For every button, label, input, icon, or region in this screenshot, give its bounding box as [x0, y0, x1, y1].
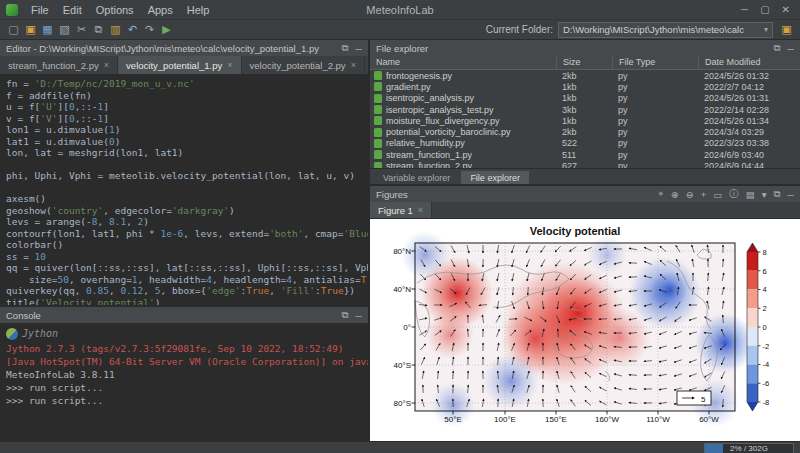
code-token: 'both' — [269, 228, 303, 239]
close-icon[interactable]: × — [227, 60, 232, 70]
full-extent-icon[interactable]: ▭ — [713, 189, 722, 200]
table-row[interactable]: gradient.py1kbpy2022/2/7 04:12 — [370, 81, 800, 92]
close-file-icon[interactable]: ▧ — [56, 21, 73, 38]
file-explorer-title: File explorer — [376, 43, 428, 54]
menu-file[interactable]: File — [24, 4, 56, 16]
menu-help[interactable]: Help — [180, 4, 217, 16]
column-header-date-modified[interactable]: Date Modified — [698, 56, 800, 69]
file-size: 2kb — [556, 71, 612, 81]
file-size: 522 — [556, 138, 612, 148]
save-figure-icon[interactable]: ▤ — [746, 189, 755, 200]
figure-menu-icon[interactable]: ▾ — [762, 189, 767, 200]
code-token: , antialias= — [292, 274, 361, 285]
column-header-file-type[interactable]: File Type — [612, 56, 698, 69]
copy-icon[interactable]: ⧉ — [90, 21, 107, 38]
file-date: 2022/2/14 02:28 — [698, 105, 800, 115]
close-icon[interactable]: × — [418, 205, 423, 215]
code-token: axesm() — [6, 193, 46, 204]
open-folder-icon[interactable]: ▣ — [22, 21, 39, 38]
maximize-button[interactable]: ▢ — [760, 4, 769, 15]
minimize-panel-icon[interactable]: ─ — [355, 43, 362, 54]
current-folder-value: D:\Working\MIScript\Jython\mis\meteo\cal… — [563, 24, 744, 35]
minimize-button[interactable]: ─ — [741, 4, 748, 15]
table-row[interactable]: isentropic_analysis_test.py3kbpy2022/2/1… — [370, 104, 800, 115]
minimize-panel-icon[interactable]: ─ — [787, 189, 794, 200]
code-token: ][ — [58, 101, 69, 112]
figure-tabbar: Figure 1 × — [370, 202, 800, 219]
console-output[interactable]: Jython Jython 2.7.3 (tags/v2.7.3:5f29081… — [0, 323, 368, 441]
float-panel-icon[interactable]: ⧉ — [341, 42, 348, 54]
float-panel-icon[interactable]: ⧉ — [773, 42, 780, 54]
dock-tab-variable-explorer[interactable]: Variable explorer — [374, 171, 459, 184]
redo-icon[interactable]: ↷ — [141, 21, 158, 38]
editor-tab-velocity-potential-1-py[interactable]: velocity_potential_1.py× — [118, 56, 241, 74]
select-icon[interactable]: ⌖ — [658, 188, 663, 200]
dropdown-caret-icon[interactable]: ▾ — [764, 25, 768, 34]
right-column: File explorer ⧉─ NameSizeFile TypeDate M… — [370, 40, 800, 441]
save-icon[interactable]: ▦ — [39, 21, 56, 38]
identify-icon[interactable]: ⓘ — [729, 188, 739, 201]
file-size: 511 — [556, 150, 612, 160]
figure-canvas[interactable]: Velocity potential — [370, 219, 800, 441]
column-header-name[interactable]: Name — [370, 56, 556, 69]
minimize-panel-icon[interactable]: ─ — [355, 310, 362, 321]
code-token: f = addfile(fn) — [6, 90, 92, 101]
figure-tab[interactable]: Figure 1 × — [370, 202, 432, 218]
code-token: ss = — [6, 251, 35, 262]
paste-icon[interactable]: ▥ — [107, 21, 124, 38]
code-token: v = f[ — [6, 113, 40, 124]
table-row[interactable]: potential_vorticity_baroclinic.py2kbpy20… — [370, 126, 800, 137]
file-name-cell: isentropic_analysis_test.py — [370, 105, 556, 115]
menu-edit[interactable]: Edit — [56, 4, 89, 16]
left-column: Editor - D:\Working\MIScript\Jython\mis\… — [0, 40, 368, 441]
file-type: py — [612, 150, 698, 160]
menu-options[interactable]: Options — [89, 4, 141, 16]
main-toolbar: ▢▣▦▧✂⧉▥↶↷▶ Current Folder: D:\Working\MI… — [0, 20, 800, 40]
browse-folder-button[interactable]: ▣ — [778, 21, 795, 38]
file-type: py — [612, 161, 698, 168]
close-icon[interactable]: × — [104, 60, 109, 70]
float-panel-icon[interactable]: ⧉ — [341, 309, 348, 321]
run-icon[interactable]: ▶ — [158, 21, 175, 38]
zoom-in-icon[interactable]: ⊕ — [671, 189, 679, 200]
console-panel-header: Console ⧉─ — [0, 307, 368, 323]
file-date: 2024/5/26 01:34 — [698, 116, 800, 126]
file-name: gradient.py — [386, 82, 431, 92]
close-icon[interactable]: × — [351, 60, 356, 70]
float-panel-icon[interactable]: ⧉ — [773, 188, 780, 200]
undo-icon[interactable]: ↶ — [124, 21, 141, 38]
file-table-body: frontogenesis.py2kbpy2024/5/26 01:32grad… — [370, 70, 800, 168]
code-token: ,::- — [75, 101, 98, 112]
file-explorer-panel-actions: ⧉─ — [773, 42, 794, 54]
current-folder-combobox[interactable]: D:\Working\MIScript\Jython\mis\meteo\cal… — [558, 22, 773, 38]
code-token: 1e-6 — [160, 228, 183, 239]
console-line: >>> run script... — [6, 394, 362, 407]
minimize-panel-icon[interactable]: ─ — [787, 43, 794, 54]
code-area[interactable]: fn = 'D:/Temp/nc/2019_mon_u_v.nc'f = add… — [0, 75, 368, 305]
pan-icon[interactable]: + — [701, 189, 707, 200]
table-row[interactable]: relative_humidity.py522py2022/3/23 03:38 — [370, 138, 800, 149]
code-line: levs = arange(-8, 8.1, 2) — [6, 216, 362, 228]
zoom-out-icon[interactable]: ⊖ — [686, 189, 694, 200]
map-axes[interactable]: 5 — [401, 231, 755, 427]
table-row[interactable]: frontogenesis.py2kbpy2024/5/26 01:32 — [370, 70, 800, 81]
table-row[interactable]: moisture_flux_divergency.py1kbpy2024/5/2… — [370, 115, 800, 126]
file-table-header: NameSizeFile TypeDate Modified — [370, 56, 800, 70]
table-row[interactable]: isentropic_analysis.py1kbpy2024/5/26 01:… — [370, 93, 800, 104]
editor-tab-stream-function-2-py[interactable]: stream_function_2.py× — [0, 56, 118, 74]
column-header-size[interactable]: Size — [556, 56, 612, 69]
file-name: potential_vorticity_baroclinic.py — [386, 127, 511, 137]
cut-icon[interactable]: ✂ — [73, 21, 90, 38]
file-date: 2024/6/9 04:44 — [698, 161, 800, 168]
table-row[interactable]: stream_function_2.py627py2024/6/9 04:44 — [370, 160, 800, 168]
file-name-cell: moisture_flux_divergency.py — [370, 116, 556, 126]
editor-tab-velocity-potential-2-py[interactable]: velocity_potential_2.py× — [242, 56, 365, 74]
table-row[interactable]: stream_function_1.py511py2024/6/9 03:40 — [370, 149, 800, 160]
menu-apps[interactable]: Apps — [141, 4, 180, 16]
new-file-icon[interactable]: ▢ — [5, 21, 22, 38]
svg-text:40°S: 40°S — [394, 361, 411, 370]
close-button[interactable]: ✕ — [782, 4, 790, 15]
dock-tab-file-explorer[interactable]: File explorer — [461, 171, 529, 184]
file-name-cell: potential_vorticity_baroclinic.py — [370, 127, 556, 137]
code-token: ] — [103, 113, 109, 124]
